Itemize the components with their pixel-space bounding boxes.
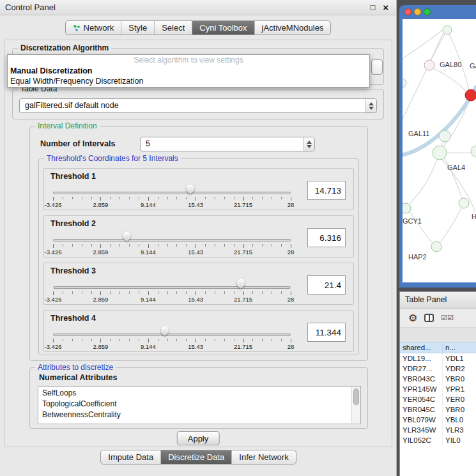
table-cell: YER054C bbox=[400, 394, 443, 404]
table-row[interactable]: YPR145WYPR1 bbox=[400, 384, 476, 394]
table-row[interactable]: YLR345WYLR3 bbox=[400, 425, 476, 435]
slider-tick bbox=[63, 244, 63, 247]
tab-label: Style bbox=[128, 23, 147, 33]
network-node[interactable] bbox=[431, 242, 441, 252]
slider-scale-label: 28 bbox=[288, 201, 295, 208]
slider-tick bbox=[186, 244, 187, 247]
threshold-slider[interactable]: -3.4262.8599.14415.4321.71528 bbox=[53, 326, 291, 351]
minimize-light-icon[interactable] bbox=[414, 8, 421, 15]
table-cell: YBR045C bbox=[400, 404, 443, 415]
slider-thumb[interactable] bbox=[186, 185, 194, 194]
columns-icon[interactable] bbox=[424, 314, 434, 322]
scrollbar[interactable] bbox=[351, 387, 360, 423]
slider-track bbox=[53, 239, 291, 242]
select-columns-icon[interactable]: ☑☑ bbox=[441, 314, 454, 321]
table-panel: Table Panel ⚙ ☑☑ shared...n... YDL19...Y… bbox=[399, 291, 476, 476]
slider-tick bbox=[252, 291, 253, 294]
gear-icon[interactable]: ⚙ bbox=[408, 313, 417, 323]
threshold-value-field[interactable] bbox=[307, 228, 346, 247]
threshold-slider[interactable]: -3.4262.8599.14415.4321.71528 bbox=[53, 231, 291, 257]
network-node[interactable] bbox=[471, 146, 476, 157]
network-edge[interactable] bbox=[434, 68, 466, 91]
threshold-slider[interactable]: -3.4262.8599.14415.4321.71528 bbox=[53, 184, 291, 210]
attributes-group: Attributes to discretize Numerical Attri… bbox=[29, 367, 368, 429]
network-edge[interactable] bbox=[409, 160, 437, 204]
threshold-slider[interactable]: -3.4262.8599.14415.4321.71528 bbox=[53, 279, 291, 304]
algorithm-option[interactable]: Equal Width/Frequency Discretization bbox=[8, 76, 369, 86]
slider-tick bbox=[224, 291, 225, 294]
slider-thumb[interactable] bbox=[160, 326, 169, 336]
attribute-item[interactable]: BetweennessCentrality bbox=[42, 410, 360, 420]
network-edge[interactable] bbox=[403, 33, 443, 121]
network-edge[interactable] bbox=[410, 211, 432, 243]
tab-impute-data[interactable]: Impute Data bbox=[101, 450, 161, 464]
slider-thumb[interactable] bbox=[236, 279, 245, 289]
slider-tick bbox=[215, 244, 215, 247]
slider-tick bbox=[252, 339, 253, 341]
threshold-value-field[interactable] bbox=[307, 181, 346, 200]
slider-tick bbox=[100, 197, 101, 201]
table-panel-titlebar: Table Panel bbox=[400, 292, 476, 309]
table-row[interactable]: YBR043CYBR0 bbox=[400, 374, 476, 384]
tab-infer-network[interactable]: Infer Network bbox=[232, 450, 295, 464]
table-cell: YDL19... bbox=[400, 353, 443, 364]
threshold-value-field[interactable] bbox=[307, 275, 346, 295]
table-row[interactable]: YIL052CYIL0 bbox=[400, 435, 476, 445]
algorithm-option[interactable]: Manual Discretization bbox=[8, 66, 369, 76]
slider-tick bbox=[205, 197, 206, 199]
slider-tick bbox=[281, 244, 282, 247]
table-row[interactable]: YDR27...YDR2 bbox=[400, 364, 476, 374]
network-edge[interactable] bbox=[440, 208, 461, 242]
slider-scale-label: 15.43 bbox=[188, 343, 203, 350]
float-window-icon[interactable]: □ bbox=[370, 3, 375, 12]
slider-tick bbox=[291, 197, 291, 201]
column-header[interactable]: shared... bbox=[400, 342, 443, 353]
network-node[interactable] bbox=[439, 130, 450, 142]
slider-tick bbox=[252, 244, 253, 247]
network-node[interactable] bbox=[459, 198, 469, 208]
table-data-combobox[interactable]: galFiltered.sif default node bbox=[19, 98, 377, 113]
network-node[interactable] bbox=[465, 89, 476, 101]
slider-tick bbox=[215, 197, 215, 199]
attribute-item[interactable]: SelfLoops bbox=[42, 388, 360, 399]
slider-tick bbox=[139, 291, 139, 294]
attribute-item[interactable]: TopologicalCoefficient bbox=[42, 399, 360, 410]
tab-cyni-toolbox[interactable]: Cyni Toolbox bbox=[192, 21, 254, 35]
tab-network[interactable]: Network bbox=[66, 21, 122, 35]
slider-tick bbox=[272, 339, 272, 341]
close-light-icon[interactable] bbox=[404, 8, 411, 15]
algorithm-combobox-edge[interactable] bbox=[371, 59, 383, 75]
network-edge[interactable] bbox=[403, 30, 443, 59]
slider-tick bbox=[119, 291, 120, 294]
table-row[interactable]: YBR045CYBR0 bbox=[400, 404, 476, 415]
control-panel-titlebar: Control Panel □ × bbox=[0, 0, 396, 15]
tab-jactivemnodules[interactable]: jActiveMNodules bbox=[255, 21, 331, 35]
network-edge[interactable] bbox=[447, 30, 469, 89]
network-node[interactable] bbox=[443, 26, 452, 35]
slider-tick bbox=[196, 197, 196, 201]
network-graph[interactable]: GAL80GAGAL11GAL4GCY1HHAP2 bbox=[403, 19, 476, 282]
slider-tick bbox=[234, 339, 234, 341]
tab-select[interactable]: Select bbox=[155, 21, 192, 35]
table-row[interactable]: YBL079WYBL0 bbox=[400, 415, 476, 425]
tab-discretize-data[interactable]: Discretize Data bbox=[161, 450, 232, 464]
close-icon[interactable]: × bbox=[383, 2, 388, 13]
slider-scale-label: -3.426 bbox=[45, 201, 62, 208]
network-node[interactable] bbox=[433, 146, 447, 160]
scrollbar-thumb[interactable] bbox=[353, 388, 359, 405]
slider-thumb[interactable] bbox=[123, 232, 131, 242]
apply-button[interactable]: Apply bbox=[177, 431, 220, 445]
network-edge[interactable] bbox=[431, 30, 447, 59]
table-row[interactable]: YDL19...YDL1 bbox=[400, 353, 476, 364]
threshold-value-field[interactable] bbox=[307, 323, 346, 342]
slider-tick bbox=[72, 197, 73, 199]
zoom-light-icon[interactable] bbox=[424, 8, 431, 15]
num-intervals-combobox[interactable]: 5 bbox=[140, 137, 315, 151]
network-canvas[interactable]: GAL80GAGAL11GAL4GCY1HHAP2 bbox=[403, 19, 476, 282]
table-row[interactable]: YER054CYER0 bbox=[400, 394, 476, 404]
network-node[interactable] bbox=[403, 203, 411, 213]
tab-style[interactable]: Style bbox=[121, 21, 155, 35]
column-header[interactable]: n... bbox=[443, 342, 476, 353]
network-node[interactable] bbox=[403, 79, 406, 88]
network-node[interactable] bbox=[424, 60, 434, 70]
